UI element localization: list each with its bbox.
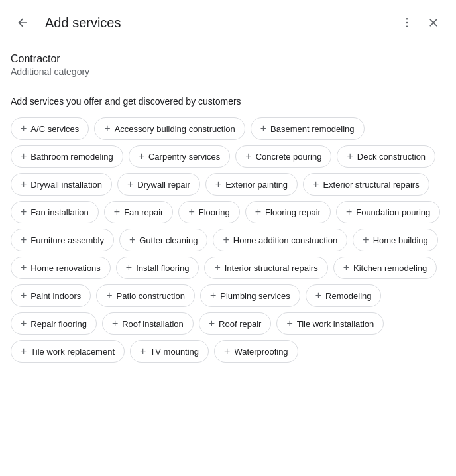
add-icon: + <box>129 235 135 245</box>
service-chip[interactable]: +Fan repair <box>104 201 174 223</box>
add-icon: + <box>114 207 120 217</box>
chip-label: Drywall installation <box>30 180 102 190</box>
service-chip[interactable]: +Flooring repair <box>245 201 331 223</box>
service-chip[interactable]: +Drywall repair <box>117 173 200 196</box>
svg-point-1 <box>406 22 408 24</box>
add-icon: + <box>126 263 132 273</box>
chip-label: TV mounting <box>150 347 199 357</box>
add-icon: + <box>188 207 194 217</box>
chip-label: A/C services <box>30 124 79 134</box>
add-icon: + <box>106 290 112 301</box>
service-chip[interactable]: +Bathroom remodeling <box>11 145 123 168</box>
chip-label: Plumbing services <box>220 291 290 301</box>
service-chip[interactable]: +Home renovations <box>11 257 111 279</box>
add-icon: + <box>112 318 118 329</box>
service-chip[interactable]: +Patio construction <box>96 284 195 307</box>
service-chip[interactable]: +Plumbing services <box>200 284 300 307</box>
add-icon: + <box>21 123 27 134</box>
add-icon: + <box>315 290 321 301</box>
add-icon: + <box>139 151 144 162</box>
service-chip[interactable]: +Concrete pouring <box>235 145 331 168</box>
chip-label: Carpentry services <box>148 152 220 162</box>
add-icon: + <box>245 151 251 162</box>
section-title: Contractor <box>11 53 445 65</box>
section-divider <box>11 88 445 88</box>
service-chip[interactable]: +Carpentry services <box>129 145 231 168</box>
add-icon: + <box>363 235 369 245</box>
section-info: Contractor Additional category <box>0 42 456 80</box>
chip-label: Fan repair <box>124 208 163 217</box>
add-icon: + <box>21 207 27 217</box>
chip-label: Concrete pouring <box>256 152 322 162</box>
service-chip[interactable]: +Furniture assembly <box>11 229 114 251</box>
service-chip[interactable]: +Kitchen remodeling <box>333 257 437 279</box>
description-text: Add services you offer and get discovere… <box>0 96 456 115</box>
chip-label: Paint indoors <box>30 291 81 301</box>
chip-label: Foundation pouring <box>356 208 430 217</box>
service-chip[interactable]: +A/C services <box>11 117 89 140</box>
chip-label: Accessory building construction <box>115 124 235 134</box>
service-chip[interactable]: +Exterior painting <box>205 173 298 196</box>
add-icon: + <box>260 123 266 134</box>
service-chip[interactable]: +Home addition construction <box>213 229 347 251</box>
header-right <box>395 11 445 34</box>
chip-label: Deck construction <box>357 152 426 162</box>
more-options-button[interactable] <box>395 11 419 34</box>
service-chip[interactable]: +Interior structural repairs <box>204 257 327 279</box>
service-chip[interactable]: +Repair flooring <box>11 312 97 335</box>
header-left: Add services <box>11 11 121 34</box>
service-chip[interactable]: +Basement remodeling <box>251 117 365 140</box>
service-chip[interactable]: +Roof installation <box>102 312 194 335</box>
chip-label: Tile work installation <box>297 319 374 329</box>
back-button[interactable] <box>11 11 34 34</box>
add-icon: + <box>346 207 352 217</box>
service-chip[interactable]: +Drywall installation <box>11 173 112 196</box>
add-icon: + <box>209 318 215 329</box>
close-icon <box>427 16 440 29</box>
add-icon: + <box>21 151 27 162</box>
service-chip[interactable]: +Tile work replacement <box>11 340 125 363</box>
chips-container: +A/C services+Accessory building constru… <box>0 115 456 373</box>
chip-label: Flooring <box>199 208 230 217</box>
service-chip[interactable]: +Install flooring <box>116 257 200 279</box>
chip-label: Waterproofing <box>234 347 288 357</box>
chip-label: Roof repair <box>219 319 261 329</box>
chip-label: Bathroom remodeling <box>30 152 113 162</box>
service-chip[interactable]: +Fan installation <box>11 201 99 223</box>
service-chip[interactable]: +TV mounting <box>130 340 209 363</box>
svg-point-0 <box>406 18 408 20</box>
more-options-icon <box>400 16 414 29</box>
service-chip[interactable]: +Deck construction <box>337 145 435 168</box>
chip-label: Roof installation <box>122 319 184 329</box>
chip-label: Interior structural repairs <box>225 263 318 273</box>
add-icon: + <box>286 318 292 329</box>
close-button[interactable] <box>422 11 445 34</box>
add-icon: + <box>127 179 133 190</box>
service-chip[interactable]: +Exterior structural repairs <box>303 173 429 196</box>
service-chip[interactable]: +Home building <box>353 229 437 251</box>
add-icon: + <box>313 179 319 190</box>
add-icon: + <box>343 263 349 273</box>
service-chip[interactable]: +Foundation pouring <box>336 201 440 223</box>
back-icon <box>16 16 29 29</box>
chip-label: Gutter cleaning <box>139 235 198 245</box>
chip-label: Exterior painting <box>225 180 288 190</box>
chip-label: Patio construction <box>117 291 185 301</box>
chip-label: Remodeling <box>325 291 371 301</box>
service-chip[interactable]: +Flooring <box>178 201 239 223</box>
service-chip[interactable]: +Remodeling <box>306 284 382 307</box>
add-icon: + <box>215 179 221 190</box>
service-chip[interactable]: +Paint indoors <box>11 284 91 307</box>
svg-point-2 <box>406 26 408 28</box>
service-chip[interactable]: +Gutter cleaning <box>119 229 208 251</box>
service-chip[interactable]: +Accessory building construction <box>94 117 245 140</box>
add-icon: + <box>21 235 27 245</box>
service-chip[interactable]: +Tile work installation <box>276 312 384 335</box>
service-chip[interactable]: +Waterproofing <box>214 340 298 363</box>
add-icon: + <box>21 179 27 190</box>
section-subtitle: Additional category <box>11 66 445 77</box>
add-icon: + <box>21 290 27 301</box>
chip-label: Furniture assembly <box>30 235 104 245</box>
chip-label: Basement remodeling <box>270 124 354 134</box>
service-chip[interactable]: +Roof repair <box>199 312 272 335</box>
